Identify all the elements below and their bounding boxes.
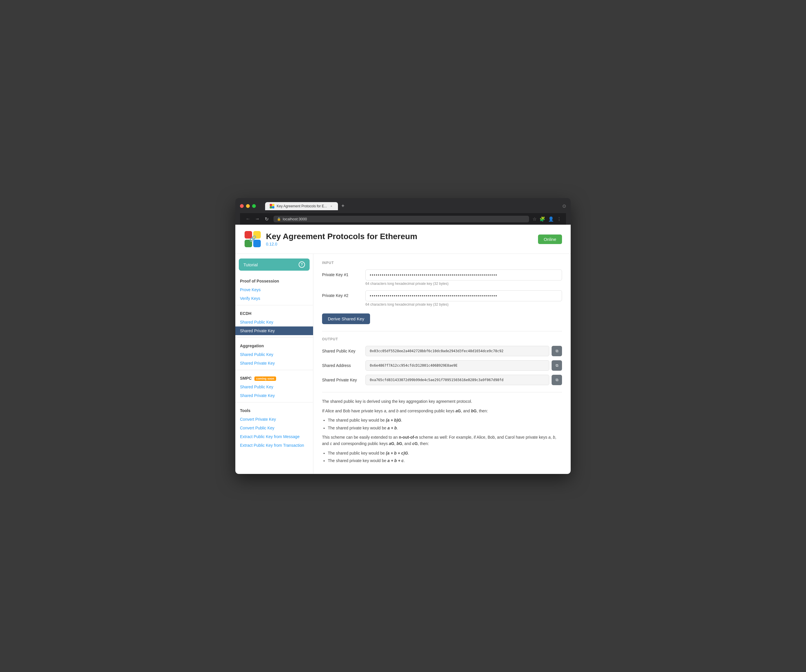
- app-version: 0.12.0: [266, 242, 538, 246]
- description-bullet2-1: The shared public key would be (a + b + …: [328, 450, 562, 456]
- shared-public-key-value: 0x03cc05df5528ee2a4042728bbf6c10dc0ade29…: [365, 346, 549, 356]
- private-key2-hint: 64 characters long hexadecimal private k…: [365, 302, 562, 307]
- shared-public-key-row: Shared Public Key 0x03cc05df5528ee2a4042…: [322, 346, 562, 356]
- sidebar-item-convert-public-key[interactable]: Convert Public Key: [235, 424, 313, 432]
- app-title-block: Key Agreement Protocols for Ethereum 0.1…: [266, 232, 538, 246]
- sidebar-section-proof-of-possession: Proof of Possession: [235, 275, 313, 286]
- url-bar[interactable]: 🔒 localhost:3000: [274, 216, 529, 222]
- tutorial-label: Tutorial: [243, 262, 258, 267]
- private-key2-row: Private Key #2 64 characters long hexade…: [322, 290, 562, 307]
- sidebar: Tutorial ? Proof of Possession Prove Key…: [235, 254, 313, 474]
- browser-actions: ☆ 🧩 👤 ⋮: [532, 216, 562, 222]
- tutorial-help-icon[interactable]: ?: [299, 261, 305, 268]
- svg-text:🔗: 🔗: [249, 235, 256, 242]
- copy-shared-address-button[interactable]: ⧉: [552, 360, 562, 371]
- traffic-light-red[interactable]: [240, 204, 244, 208]
- derive-shared-key-button[interactable]: Derive Shared Key: [322, 314, 370, 324]
- description-section: The shared public key is derived using t…: [322, 392, 562, 464]
- shared-private-key-label: Shared Private Key: [322, 378, 360, 382]
- sidebar-item-agg-shared-public-key[interactable]: Shared Public Key: [235, 350, 313, 359]
- traffic-light-green[interactable]: [252, 204, 256, 208]
- active-tab[interactable]: Key Agreement Protocols for E... ×: [265, 202, 338, 210]
- copy-shared-public-key-button[interactable]: ⧉: [552, 346, 562, 356]
- url-text: localhost:3000: [283, 217, 307, 221]
- description-line3: This scheme can be easily extended to an…: [322, 434, 562, 447]
- sidebar-item-agg-shared-private-key[interactable]: Shared Private Key: [235, 359, 313, 368]
- app-container: 🔗 Key Agreement Protocols for Ethereum 0…: [235, 225, 571, 474]
- description-bullets2: The shared public key would be (a + b + …: [328, 450, 562, 464]
- tab-close-button[interactable]: ×: [329, 204, 333, 208]
- svg-rect-1: [272, 204, 274, 206]
- sidebar-section-tools: Tools: [235, 405, 313, 415]
- private-key1-input-block: 64 characters long hexadecimal private k…: [365, 269, 562, 286]
- menu-icon[interactable]: ⋮: [557, 216, 562, 222]
- sidebar-item-smpc-shared-public-key[interactable]: Shared Public Key: [235, 383, 313, 391]
- refresh-button[interactable]: ↻: [263, 215, 270, 222]
- private-key1-label: Private Key #1: [322, 269, 360, 277]
- coming-soon-badge: coming soon: [254, 376, 276, 381]
- main-content: INPUT Private Key #1 64 characters long …: [313, 254, 571, 474]
- copy-shared-private-key-button[interactable]: ⧉: [552, 375, 562, 385]
- traffic-light-yellow[interactable]: [246, 204, 250, 208]
- input-section: INPUT Private Key #1 64 characters long …: [322, 261, 562, 324]
- shared-address-value-block: 0x6e4867f7A12cc954cfdcD12001c406B929E8ae…: [365, 360, 562, 371]
- svg-rect-2: [270, 206, 272, 208]
- shared-public-key-label: Shared Public Key: [322, 349, 360, 353]
- profile-icon[interactable]: 👤: [548, 216, 554, 222]
- private-key2-input[interactable]: [365, 290, 562, 301]
- description-line2: If Alice and Bob have private keys a, an…: [322, 408, 562, 414]
- online-badge: Online: [538, 234, 562, 244]
- browser-window: Key Agreement Protocols for E... × + ⊙ ←…: [235, 198, 571, 474]
- sidebar-item-ecdh-shared-private-key[interactable]: Shared Private Key: [235, 327, 313, 335]
- sidebar-item-ecdh-shared-public-key[interactable]: Shared Public Key: [235, 318, 313, 327]
- input-label: INPUT: [322, 261, 562, 265]
- shared-private-key-row: Shared Private Key 0xa765cfd831433072d99…: [322, 375, 562, 385]
- back-button[interactable]: ←: [244, 215, 251, 222]
- description-bullet1-1: The shared public key would be (a + b)G.: [328, 417, 562, 423]
- nav-buttons: ← → ↻: [244, 215, 270, 222]
- description-bullet1-2: The shared private key would be a + b.: [328, 425, 562, 431]
- new-tab-button[interactable]: +: [339, 201, 347, 210]
- lock-icon: 🔒: [277, 217, 281, 221]
- output-section: OUTPUT Shared Public Key 0x03cc05df5528e…: [322, 331, 562, 385]
- private-key2-input-block: 64 characters long hexadecimal private k…: [365, 290, 562, 307]
- tab-title: Key Agreement Protocols for E...: [277, 204, 327, 208]
- sidebar-item-convert-private-key[interactable]: Convert Private Key: [235, 415, 313, 424]
- shared-address-row: Shared Address 0x6e4867f7A12cc954cfdcD12…: [322, 360, 562, 371]
- shared-private-key-value: 0xa765cfd831433072d99b99de4c5ae291f70951…: [365, 375, 549, 385]
- sidebar-item-smpc-shared-private-key[interactable]: Shared Private Key: [235, 391, 313, 400]
- address-bar: ← → ↻ 🔒 localhost:3000 ☆ 🧩 👤 ⋮: [240, 213, 566, 225]
- copy-icon-3: ⧉: [556, 378, 558, 382]
- sidebar-item-verify-keys[interactable]: Verify Keys: [235, 294, 313, 303]
- private-key2-label: Private Key #2: [322, 290, 360, 298]
- tab-favicon: [270, 204, 274, 208]
- extensions-icon[interactable]: 🧩: [540, 216, 545, 222]
- description-bullets1: The shared public key would be (a + b)G.…: [328, 417, 562, 431]
- app-header: 🔗 Key Agreement Protocols for Ethereum 0…: [235, 225, 571, 254]
- forward-button[interactable]: →: [254, 215, 261, 222]
- bookmark-icon[interactable]: ☆: [532, 216, 537, 222]
- sidebar-item-prove-keys[interactable]: Prove Keys: [235, 286, 313, 294]
- shared-public-key-value-block: 0x03cc05df5528ee2a4042728bbf6c10dc0ade29…: [365, 346, 562, 356]
- tutorial-button[interactable]: Tutorial ?: [239, 259, 310, 271]
- sidebar-section-ecdh: ECDH: [235, 308, 313, 318]
- sidebar-item-extract-public-key-message[interactable]: Extract Public Key from Message: [235, 432, 313, 441]
- app-title: Key Agreement Protocols for Ethereum: [266, 232, 538, 241]
- tab-bar: Key Agreement Protocols for E... × +: [265, 201, 560, 210]
- private-key1-row: Private Key #1 64 characters long hexade…: [322, 269, 562, 286]
- private-key1-input[interactable]: [365, 269, 562, 281]
- svg-rect-0: [270, 204, 272, 206]
- app-body: Tutorial ? Proof of Possession Prove Key…: [235, 254, 571, 474]
- browser-chrome: Key Agreement Protocols for E... × + ⊙ ←…: [235, 198, 571, 225]
- description-bullet2-2: The shared private key would be a + b + …: [328, 457, 562, 464]
- shared-address-label: Shared Address: [322, 363, 360, 368]
- svg-rect-3: [272, 206, 274, 208]
- copy-icon: ⧉: [556, 349, 558, 353]
- copy-icon-2: ⧉: [556, 363, 558, 368]
- shared-address-value: 0x6e4867f7A12cc954cfdcD12001c406B929E8ae…: [365, 360, 549, 371]
- description-line1: The shared public key is derived using t…: [322, 398, 562, 405]
- sidebar-section-aggregation: Aggregation: [235, 340, 313, 350]
- private-key1-hint: 64 characters long hexadecimal private k…: [365, 282, 562, 286]
- sidebar-item-extract-public-key-transaction[interactable]: Extract Public Key from Transaction: [235, 441, 313, 450]
- browser-controls: Key Agreement Protocols for E... × + ⊙: [240, 201, 566, 210]
